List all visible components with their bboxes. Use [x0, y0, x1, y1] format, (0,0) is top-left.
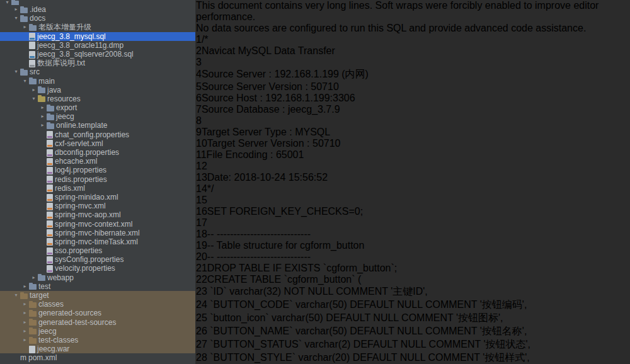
tree-item[interactable]: spring-minidao.xml: [0, 193, 195, 202]
expand-arrow-icon[interactable]: ▾: [13, 291, 20, 300]
code-text[interactable]: `BUTTON_STYLE` varchar(20) DEFAULT NULL …: [207, 352, 530, 363]
code-text[interactable]: Source Database : jeecg_3.7.9: [202, 104, 340, 115]
tree-item[interactable]: ▸generated-sources: [0, 309, 195, 317]
code-text[interactable]: SET FOREIGN_KEY_CHECKS=0;: [207, 206, 363, 217]
code-line[interactable]: 13Date: 2018-10-24 15:56:52: [196, 172, 630, 183]
code-text[interactable]: `BUTTON_STATUS` varchar(2) DEFAULT NULL …: [207, 339, 530, 350]
tree-item[interactable]: spring-mvc-aop.xml: [0, 210, 195, 219]
tree-item[interactable]: redis.xml: [0, 184, 195, 193]
tree-item[interactable]: ▾: [0, 0, 195, 5]
tree-item[interactable]: ▸test-classes: [0, 336, 195, 344]
expand-arrow-icon[interactable]: ▸: [39, 121, 46, 130]
tree-item[interactable]: spring-mvc-hibernate.xml: [0, 229, 195, 237]
code-line[interactable]: 17: [196, 217, 630, 229]
code-text[interactable]: /*: [202, 34, 209, 45]
tree-item[interactable]: chat_config.properties: [0, 130, 195, 139]
expand-arrow-icon[interactable]: ▸: [21, 300, 28, 309]
code-text[interactable]: DROP TABLE IF EXISTS `cgform_button`;: [207, 263, 397, 273]
tree-item[interactable]: spring-mvc-timeTask.xml: [0, 237, 195, 246]
code-line[interactable]: 16SET FOREIGN_KEY_CHECKS=0;: [196, 206, 630, 217]
tree-item[interactable]: ▸.idea: [0, 5, 195, 14]
tree-item[interactable]: ▸jeecg: [0, 112, 195, 121]
code-line[interactable]: 22CREATE TABLE `cgform_button` (: [196, 274, 630, 285]
expand-arrow-icon[interactable]: ▾: [13, 14, 20, 23]
expand-arrow-icon[interactable]: ▾: [30, 94, 37, 103]
expand-arrow-icon[interactable]: ▾: [4, 0, 11, 5]
code-text[interactable]: Navicat MySQL Data Transfer: [202, 45, 335, 56]
tree-item[interactable]: ▸generated-test-sources: [0, 318, 195, 327]
tree-item[interactable]: ▸jeecg: [0, 327, 195, 336]
expand-arrow-icon[interactable]: ▸: [21, 309, 28, 317]
expand-arrow-icon[interactable]: ▸: [21, 336, 28, 344]
code-line[interactable]: 1/*: [196, 34, 630, 45]
tree-item[interactable]: mpom.xml: [0, 353, 195, 362]
code-line[interactable]: 10Target Server Version : 50710: [196, 138, 630, 149]
code-line[interactable]: 12: [196, 161, 630, 172]
tree-item[interactable]: ▸test: [0, 282, 195, 291]
code-line[interactable]: 14*/: [196, 183, 630, 195]
expand-arrow-icon[interactable]: ▸: [21, 282, 28, 291]
code-text[interactable]: Source Host : 192.168.1.199:3306: [202, 93, 355, 103]
code-line[interactable]: 18-- ----------------------------: [196, 229, 630, 240]
expand-arrow-icon[interactable]: ▸: [30, 86, 37, 94]
code-line[interactable]: 21DROP TABLE IF EXISTS `cgform_button`;: [196, 263, 630, 274]
code-line[interactable]: 15: [196, 195, 630, 206]
tree-item[interactable]: ▸webapp: [0, 273, 195, 282]
tree-item[interactable]: velocity.properties: [0, 264, 195, 273]
code-text[interactable]: Date: 2018-10-24 15:56:52: [207, 172, 328, 183]
code-line[interactable]: 4Source Server : 192.168.1.199 (内网): [196, 68, 630, 81]
expand-arrow-icon[interactable]: ▸: [21, 23, 28, 31]
code-line[interactable]: 9Target Server Type : MYSQL: [196, 127, 630, 138]
code-line[interactable]: 19-- Table structure for cgform_button: [196, 240, 630, 251]
code-line[interactable]: 28 `BUTTON_STYLE` varchar(20) DEFAULT NU…: [196, 351, 630, 364]
code-text[interactable]: Target Server Version : 50710: [207, 138, 341, 149]
code-line[interactable]: 6Source Host : 192.168.1.199:3306: [196, 93, 630, 104]
code-line[interactable]: 24 `BUTTON_CODE` varchar(50) DEFAULT NUL…: [196, 299, 630, 312]
tree-item[interactable]: ▾main: [0, 77, 195, 86]
tree-item[interactable]: ▸export: [0, 103, 195, 112]
tree-item[interactable]: jeecg_3.8_mysql.sql: [0, 32, 195, 41]
code-text[interactable]: `button_icon` varchar(50) DEFAULT NULL C…: [207, 312, 503, 323]
code-text[interactable]: Source Server : 192.168.1.199 (内网): [202, 69, 369, 79]
tree-item[interactable]: ehcache.xml: [0, 157, 195, 166]
expand-arrow-icon[interactable]: ▸: [39, 112, 46, 121]
tree-item[interactable]: spring-mvc.xml: [0, 202, 195, 210]
code-text[interactable]: Target Server Type : MYSQL: [202, 127, 330, 137]
tree-item[interactable]: log4j.properties: [0, 166, 195, 174]
tree-item[interactable]: ▾target: [0, 291, 195, 300]
code-line[interactable]: 11File Encoding : 65001: [196, 149, 630, 161]
code-text[interactable]: `BUTTON_NAME` varchar(50) DEFAULT NULL C…: [207, 326, 527, 336]
tree-item[interactable]: ▸java: [0, 86, 195, 94]
tree-item[interactable]: ▾docs: [0, 14, 195, 23]
code-line[interactable]: 2Navicat MySQL Data Transfer: [196, 45, 630, 57]
code-line[interactable]: 5Source Server Version : 50710: [196, 81, 630, 93]
tree-item[interactable]: redis.properties: [0, 175, 195, 184]
code-line[interactable]: 26 `BUTTON_NAME` varchar(50) DEFAULT NUL…: [196, 325, 630, 338]
tree-item[interactable]: sysConfig.properties: [0, 255, 195, 264]
tree-item[interactable]: sso.properties: [0, 246, 195, 255]
editor-code[interactable]: 1/*2Navicat MySQL Data Transfer34Source …: [196, 34, 630, 364]
expand-arrow-icon[interactable]: ▸: [21, 327, 28, 336]
code-line[interactable]: 25 `button_icon` varchar(50) DEFAULT NUL…: [196, 312, 630, 325]
code-text[interactable]: File Encoding : 65001: [207, 149, 304, 160]
expand-arrow-icon[interactable]: ▸: [21, 318, 28, 327]
expand-arrow-icon[interactable]: ▸: [13, 5, 20, 14]
code-text[interactable]: */: [207, 183, 214, 194]
tree-item[interactable]: cxf-servlet.xml: [0, 139, 195, 148]
tree-item[interactable]: jeecg.war: [0, 344, 195, 353]
tree-item[interactable]: jeecg_3.8_oracle11g.dmp: [0, 41, 195, 50]
expand-arrow-icon[interactable]: ▾: [13, 67, 20, 76]
code-text[interactable]: Source Server Version : 50710: [202, 81, 339, 92]
tree-item[interactable]: dbconfig.properties: [0, 148, 195, 157]
code-line[interactable]: 3: [196, 57, 630, 68]
tree-item[interactable]: ▸老版本增量升级: [0, 23, 195, 31]
tree-item[interactable]: 数据库说明.txt: [0, 59, 195, 67]
code-line[interactable]: 23 `ID` varchar(32) NOT NULL COMMENT '主键…: [196, 285, 630, 299]
tree-item[interactable]: jeecg_3.8_sqlserver2008.sql: [0, 50, 195, 59]
code-text[interactable]: `BUTTON_CODE` varchar(50) DEFAULT NULL C…: [207, 299, 527, 310]
tree-item[interactable]: spring-mvc-context.xml: [0, 220, 195, 229]
code-line[interactable]: 27 `BUTTON_STATUS` varchar(2) DEFAULT NU…: [196, 338, 630, 351]
tree-item[interactable]: ▾src: [0, 67, 195, 76]
code-line[interactable]: 7Source Database : jeecg_3.7.9: [196, 104, 630, 115]
expand-arrow-icon[interactable]: ▾: [21, 77, 28, 86]
